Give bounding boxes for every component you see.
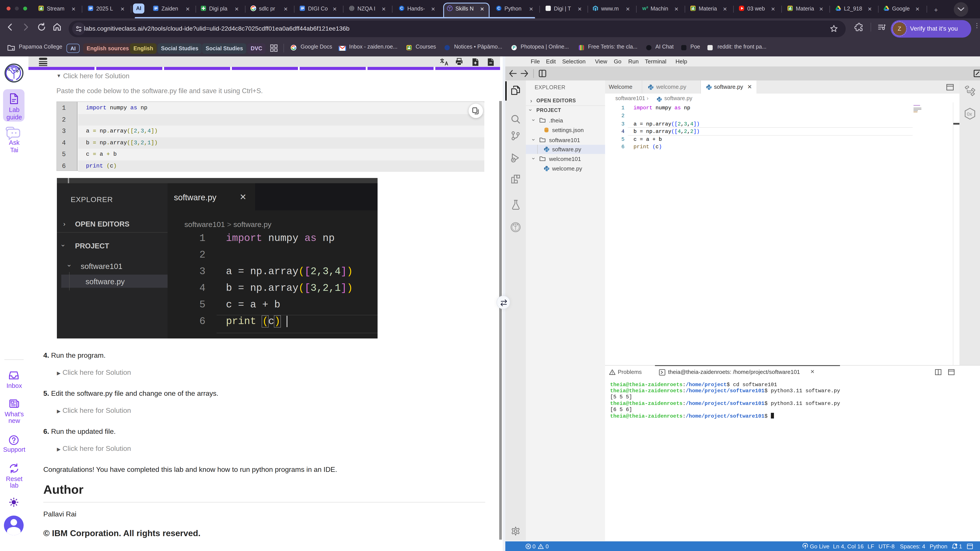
svg-text:0x: 0x <box>967 111 972 117</box>
